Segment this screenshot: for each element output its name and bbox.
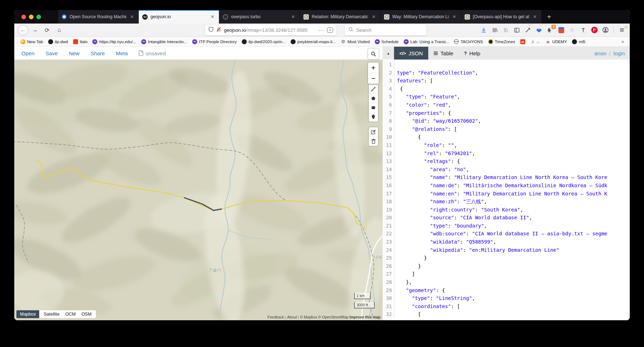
account-icon[interactable] — [601, 26, 610, 35]
edit-geometry-button[interactable] — [369, 127, 378, 137]
tab-close-icon[interactable]: ✕ — [371, 14, 377, 20]
gem-extension-icon[interactable] — [535, 26, 543, 35]
bookmark-item[interactable]: itp-dwd — [46, 38, 71, 45]
bookmark-item[interactable]: ⚙Most Visited — [338, 38, 372, 45]
delete-geometry-button[interactable] — [369, 137, 378, 146]
library-icon[interactable] — [490, 26, 499, 35]
zoom-in-button[interactable]: + — [368, 62, 379, 73]
code-line[interactable]: 16 "name:de": "Militärische Demarkations… — [383, 182, 630, 190]
bookmark-item[interactable]: itp-dwd/2020-sprin... — [239, 38, 288, 45]
mapbox-copyright-link[interactable]: © Mapbox — [300, 315, 317, 319]
menu-icon[interactable]: ⚠ — [617, 26, 626, 35]
bookmark-item[interactable]: TimeZones — [486, 38, 518, 45]
code-line[interactable]: 10 { — [383, 133, 630, 141]
tab-json[interactable]: </>JSON — [394, 47, 428, 60]
code-line[interactable]: 13 "reltags": { — [383, 157, 630, 165]
collapse-panel-icon[interactable]: ▲ — [383, 51, 394, 55]
code-line[interactable]: 14 "area": "no", — [383, 165, 630, 174]
meta-link[interactable]: Meta — [116, 50, 128, 56]
draw-line-button[interactable] — [369, 85, 378, 94]
bookmarks-overflow-chevron[interactable]: » — [619, 39, 626, 44]
browser-tab[interactable]: GJgeojson.io✕ — [139, 10, 219, 24]
text-tool-icon[interactable]: T — [579, 26, 588, 35]
sidebar-icon[interactable] — [512, 26, 521, 35]
code-line[interactable]: 28 }, — [383, 278, 630, 286]
tab-table[interactable]: ⊞Table — [428, 47, 459, 60]
bookmark-item[interactable]: ☁ — [518, 38, 528, 45]
browser-tab[interactable]: Way: Military Demarcation Line✕ — [380, 10, 461, 24]
bookmark-item[interactable]: uUDEMY — [543, 38, 570, 45]
tab-help[interactable]: ?Help — [459, 47, 486, 60]
code-line[interactable]: 19 "right:country": "South Korea", — [383, 206, 630, 214]
maximize-window-button[interactable] — [36, 15, 41, 19]
code-line[interactable]: 32 [ — [383, 310, 630, 318]
code-line[interactable]: 26 } — [383, 262, 630, 270]
privacy-badger-icon[interactable]: 3 — [546, 26, 554, 35]
code-line[interactable]: 24 "wikipedia": "en:Military Demarcation… — [383, 246, 630, 254]
minimize-window-button[interactable] — [29, 15, 34, 19]
home-button[interactable]: ⌂ — [54, 25, 65, 35]
bookmark-item[interactable]: Italo — [71, 38, 90, 45]
code-line[interactable]: 27 ] — [383, 270, 630, 278]
back-button[interactable]: ← — [18, 25, 28, 35]
bookmark-item[interactable]: itpSchedule — [372, 38, 401, 45]
insecure-lock-icon[interactable] — [216, 27, 221, 34]
browser-tab[interactable]: Open Source Routing Machine✕ — [58, 10, 139, 24]
basemap-osm-button[interactable]: OSM — [78, 312, 94, 317]
code-line[interactable]: 17 "name:en": "Military Demarcation Line… — [383, 190, 630, 198]
bookmark-item[interactable]: ♫☁ — [528, 38, 543, 45]
open-link[interactable]: Open — [21, 50, 35, 56]
url-text[interactable]: geojson.io/#map=13/38.3248/127.9585 — [224, 27, 316, 33]
about-link[interactable]: About — [287, 315, 297, 319]
tab-close-icon[interactable]: ✕ — [451, 14, 457, 20]
basemap-mapbox-button[interactable]: Mapbox — [16, 310, 39, 318]
forward-button[interactable]: → — [30, 25, 40, 35]
url-bar[interactable]: geojson.io/#map=13/38.3248/127.9585 ··· … — [205, 25, 336, 35]
pinterest-icon[interactable]: P — [590, 26, 599, 35]
reload-button[interactable]: ⟳ — [42, 25, 52, 35]
share-link[interactable]: Share — [91, 50, 105, 56]
close-window-button[interactable] — [21, 15, 26, 19]
extension-icon[interactable] — [557, 26, 566, 35]
bookmark-item[interactable]: ml5 — [569, 38, 588, 45]
code-line[interactable]: 3features": [ — [383, 77, 630, 85]
bookmark-item[interactable]: joeyklee/all-maps-li... — [288, 38, 338, 45]
code-line[interactable]: 8 "@id": "way/616570602", — [383, 117, 630, 125]
code-line[interactable]: 23 "wikidata": "Q588599", — [383, 238, 630, 246]
tab-close-icon[interactable]: ✕ — [532, 14, 538, 20]
code-line[interactable]: 2type": "FeatureCollection", — [383, 69, 630, 77]
bookmark-item[interactable]: itpIntangible Interactio... — [139, 38, 190, 45]
code-line[interactable]: 1 — [383, 61, 630, 69]
code-line[interactable]: 31 "coordinates": [ — [383, 302, 630, 311]
code-line[interactable]: 21 "type": "boundary", — [383, 222, 630, 230]
code-line[interactable]: 25 } — [383, 254, 630, 262]
code-line[interactable]: 4 { — [383, 85, 630, 93]
draw-polygon-button[interactable] — [369, 94, 378, 103]
browser-tab[interactable]: Relation: Military Demarcation L✕ — [300, 10, 380, 24]
login-link[interactable]: login — [613, 50, 625, 56]
browser-tab[interactable]: [Overpass-api] How to get all r✕ — [461, 10, 542, 24]
tab-close-icon[interactable]: ✕ — [210, 14, 215, 20]
feedback-link[interactable]: Feedback — [267, 315, 284, 319]
save-link[interactable]: Save — [46, 50, 58, 56]
code-line[interactable]: 12 "rel": "6794201", — [383, 149, 630, 158]
code-line[interactable]: 6 "color": "red", — [383, 101, 630, 109]
code-line[interactable]: 22 "wdb:source": "CIA World database II … — [383, 230, 630, 238]
code-line[interactable]: 7 "properties": { — [383, 109, 630, 117]
snowflake-extension-icon[interactable]: ❄ — [568, 26, 577, 35]
code-line[interactable]: 20 "source": "CIA World database II", — [383, 214, 630, 222]
tracking-shield-icon[interactable] — [208, 27, 214, 34]
new-tab-button[interactable]: + — [542, 10, 557, 24]
draw-rectangle-button[interactable] — [369, 103, 378, 112]
basemap-ocm-button[interactable]: OCM — [62, 312, 78, 317]
code-line[interactable]: 30 "type": "LineString", — [383, 294, 630, 302]
draw-marker-button[interactable] — [369, 112, 378, 122]
eyedropper-icon[interactable] — [523, 26, 532, 35]
map-canvas[interactable] — [14, 60, 383, 320]
zoom-out-button[interactable]: − — [368, 73, 379, 84]
browser-tab[interactable]: overpass turbo✕ — [219, 10, 300, 24]
code-line[interactable]: 18 "name:zh": "三八线", — [383, 198, 630, 206]
code-line[interactable]: 29 "geometry": { — [383, 286, 630, 295]
bookmark-item[interactable]: itpLab: Using a Transi... — [401, 38, 452, 45]
page-actions-icon[interactable]: ··· — [318, 27, 324, 33]
